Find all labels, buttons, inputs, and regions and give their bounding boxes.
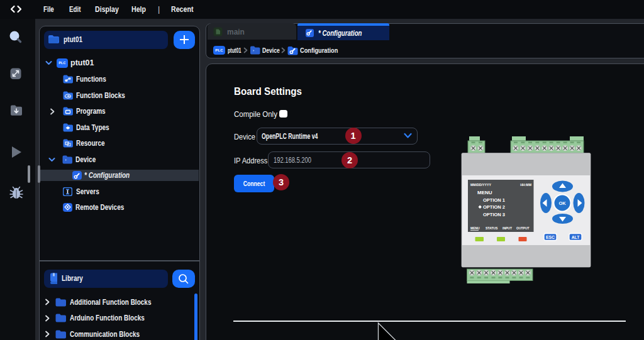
svg-text:STATUS: STATUS xyxy=(486,226,498,230)
svg-text:INPUT: INPUT xyxy=(502,226,512,230)
svg-text:HH:MM: HH:MM xyxy=(520,183,531,187)
svg-text:OK: OK xyxy=(558,200,566,206)
svg-text:OPTION 3: OPTION 3 xyxy=(483,212,505,217)
svg-text:MENU: MENU xyxy=(470,226,480,230)
svg-text:MENU: MENU xyxy=(477,190,492,195)
svg-text:MM/DD/YYYY: MM/DD/YYYY xyxy=(470,183,491,187)
svg-text:OPTION 2: OPTION 2 xyxy=(483,204,505,210)
svg-text:ALT: ALT xyxy=(572,235,580,239)
svg-text:ESC: ESC xyxy=(546,235,555,239)
svg-text:OUTPUT: OUTPUT xyxy=(516,226,530,230)
svg-text:OPTION 1: OPTION 1 xyxy=(483,197,505,203)
